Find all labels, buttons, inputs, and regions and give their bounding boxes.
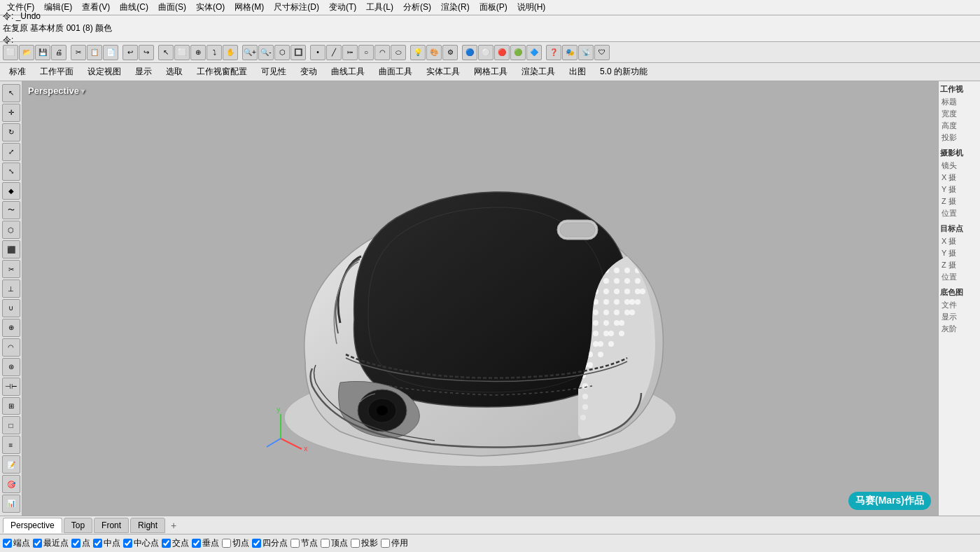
lt-annotation[interactable]: 📝 xyxy=(2,455,20,474)
tab-standard[interactable]: 标准 xyxy=(3,63,32,81)
tb-snap4[interactable]: 🟢 xyxy=(510,45,526,60)
lt-select-arrow[interactable]: ↖ xyxy=(2,84,20,102)
lt-scale[interactable]: ⤢ xyxy=(2,143,20,161)
lt-point-edit[interactable]: ◆ xyxy=(2,182,20,200)
tab-add-button[interactable]: + xyxy=(167,518,181,532)
tb-render[interactable]: 🎨 xyxy=(426,45,442,60)
tab-curve-tools[interactable]: 曲线工具 xyxy=(325,63,371,81)
tb-extra1[interactable]: 🎭 xyxy=(562,45,578,60)
tb-print[interactable]: 🖨 xyxy=(51,45,66,60)
tb-point[interactable]: • xyxy=(310,45,326,60)
lt-array[interactable]: ⊞ xyxy=(2,397,20,415)
lt-surface[interactable]: ⬡ xyxy=(2,221,20,239)
tab-select[interactable]: 选取 xyxy=(160,63,189,81)
lt-solid[interactable]: ⬛ xyxy=(2,240,20,258)
rp-tgt-z[interactable]: Z 摄 xyxy=(940,259,979,271)
rp-tgt-pos[interactable]: 位置 xyxy=(940,271,979,283)
lt-move[interactable]: ✛ xyxy=(2,104,20,122)
tb-select-lasso[interactable]: ⤵ xyxy=(206,45,222,60)
rp-cam-x[interactable]: X 摄 xyxy=(940,172,979,184)
tb-line[interactable]: ╱ xyxy=(326,45,342,60)
viewport-perspective[interactable]: Perspective▼ xyxy=(22,81,938,516)
tb-ellipse[interactable]: ⬭ xyxy=(391,45,406,60)
snap-endpoint[interactable]: 端点 xyxy=(3,537,30,549)
lt-curve[interactable]: 〜 xyxy=(2,201,20,219)
tab-new-features[interactable]: 5.0 的新功能 xyxy=(594,63,654,81)
tab-render-tools[interactable]: 渲染工具 xyxy=(515,63,561,81)
tb-pan[interactable]: ✋ xyxy=(223,45,238,60)
tb-snap3[interactable]: 🔴 xyxy=(494,45,510,60)
rp-height[interactable]: 高度 xyxy=(940,120,979,132)
tab-solid-tools[interactable]: 实体工具 xyxy=(420,63,466,81)
lt-boolean[interactable]: ⊕ xyxy=(2,319,20,337)
tab-front[interactable]: Front xyxy=(94,518,129,533)
lt-layer[interactable]: ≡ xyxy=(2,436,20,454)
tb-copy[interactable]: 📋 xyxy=(87,45,102,60)
lt-offset[interactable]: ⊛ xyxy=(2,358,20,376)
tb-light[interactable]: 💡 xyxy=(410,45,426,60)
tab-setview[interactable]: 设定视图 xyxy=(81,63,127,81)
tab-workplane[interactable]: 工作平面 xyxy=(34,63,80,81)
rp-cam-z[interactable]: Z 摄 xyxy=(940,195,979,207)
tb-save[interactable]: 💾 xyxy=(35,45,50,60)
tb-extra2[interactable]: 📡 xyxy=(578,45,594,60)
lt-mirror[interactable]: ⊣⊢ xyxy=(2,378,20,396)
tab-transform[interactable]: 变动 xyxy=(294,63,323,81)
tb-redo[interactable]: ↪ xyxy=(139,45,154,60)
tb-undo[interactable]: ↩ xyxy=(122,45,138,60)
tb-select-win[interactable]: ⬜ xyxy=(174,45,190,60)
lt-split[interactable]: ⊥ xyxy=(2,280,20,298)
tb-help[interactable]: ❓ xyxy=(546,45,561,60)
snap-vertex[interactable]: 顶点 xyxy=(321,537,348,549)
snap-tangent[interactable]: 切点 xyxy=(222,537,249,549)
rp-tgt-x[interactable]: X 摄 xyxy=(940,235,979,247)
tab-right[interactable]: Right xyxy=(130,518,165,533)
rp-bg-gray[interactable]: 灰阶 xyxy=(940,323,979,335)
tb-paste[interactable]: 📄 xyxy=(103,45,118,60)
rp-cam-pos[interactable]: 位置 xyxy=(940,207,979,219)
tb-snap5[interactable]: 🔷 xyxy=(526,45,542,60)
rp-lens[interactable]: 镜头 xyxy=(940,160,979,172)
snap-perp[interactable]: 垂点 xyxy=(192,537,219,549)
snap-knot[interactable]: 节点 xyxy=(290,537,318,549)
tab-top[interactable]: Top xyxy=(64,518,92,533)
tab-viewconfig[interactable]: 工作视窗配置 xyxy=(190,63,253,81)
rp-cam-y[interactable]: Y 摄 xyxy=(940,184,979,195)
tb-new[interactable]: ⬜ xyxy=(3,45,18,60)
tb-extra3[interactable]: 🛡 xyxy=(594,45,610,60)
tab-display[interactable]: 显示 xyxy=(129,63,158,81)
tab-mesh-tools[interactable]: 网格工具 xyxy=(468,63,514,81)
tb-open[interactable]: 📂 xyxy=(19,45,34,60)
tab-surface-tools[interactable]: 曲面工具 xyxy=(372,63,419,81)
snap-quadrant[interactable]: 四分点 xyxy=(252,537,288,549)
tab-output[interactable]: 出图 xyxy=(563,63,592,81)
lt-fillet[interactable]: ◠ xyxy=(2,338,20,357)
tb-polyline[interactable]: ⤠ xyxy=(342,45,358,60)
lt-rotate[interactable]: ↻ xyxy=(2,123,20,142)
snap-midpoint[interactable]: 中点 xyxy=(93,537,120,549)
lt-stretch[interactable]: ⤡ xyxy=(2,163,20,181)
tb-select[interactable]: ↖ xyxy=(158,45,174,60)
lt-trim[interactable]: ✂ xyxy=(2,260,20,278)
tb-snap2[interactable]: ⚪ xyxy=(478,45,493,60)
snap-intersection[interactable]: 交点 xyxy=(162,537,189,549)
rp-projection[interactable]: 投影 xyxy=(940,132,979,144)
snap-center[interactable]: 中心点 xyxy=(123,537,159,549)
snap-disable[interactable]: 停用 xyxy=(381,537,408,549)
lt-analyze[interactable]: 📊 xyxy=(2,495,20,513)
tb-zoom-in[interactable]: 🔍+ xyxy=(242,45,258,60)
tab-perspective[interactable]: Perspective xyxy=(3,518,62,533)
tb-material[interactable]: ⚙ xyxy=(442,45,458,60)
tb-zoom-win[interactable]: 🔲 xyxy=(290,45,306,60)
lt-snap[interactable]: 🎯 xyxy=(2,475,20,493)
rp-title[interactable]: 标题 xyxy=(940,96,979,108)
tab-visibility[interactable]: 可见性 xyxy=(255,63,293,81)
snap-nearest[interactable]: 最近点 xyxy=(33,537,69,549)
tb-snap1[interactable]: 🔵 xyxy=(462,45,477,60)
snap-point[interactable]: 点 xyxy=(71,537,90,549)
tb-zoom-out[interactable]: 🔍- xyxy=(258,45,274,60)
lt-join[interactable]: ∪ xyxy=(2,299,20,317)
rp-bg-show[interactable]: 显示 xyxy=(940,311,979,323)
lt-group[interactable]: □ xyxy=(2,416,20,434)
tb-zoom-all[interactable]: ⬡ xyxy=(274,45,290,60)
